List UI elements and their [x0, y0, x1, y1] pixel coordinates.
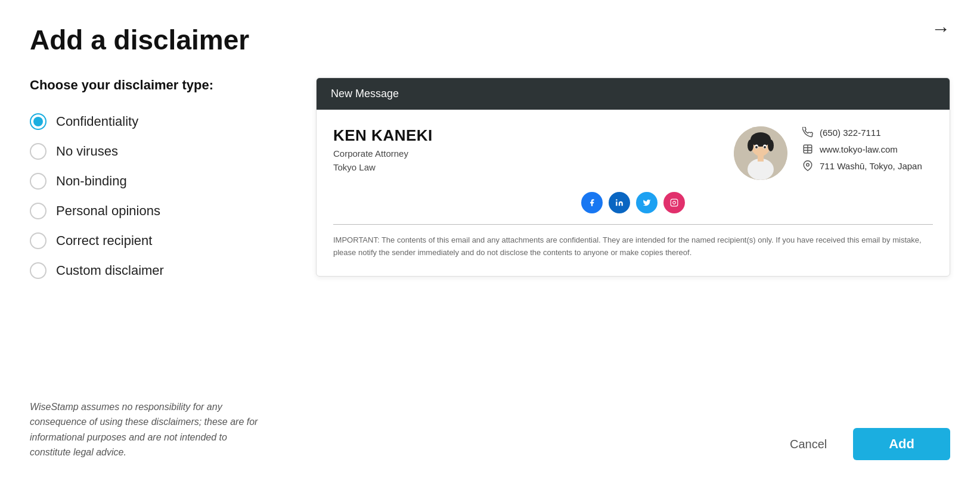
disclaimer-note: WiseStamp assumes no responsibility for … [30, 399, 268, 460]
option-label-personal-opinions: Personal opinions [56, 203, 160, 219]
option-no-viruses[interactable]: No viruses [30, 137, 280, 166]
svg-point-9 [755, 146, 758, 148]
website-icon [802, 143, 814, 155]
svg-point-2 [750, 132, 771, 147]
email-header: New Message [317, 78, 950, 110]
address-text: 711 Washū, Tokyo, Japan [820, 161, 922, 171]
choose-label: Choose your disclaimer type: [30, 77, 280, 93]
cancel-button[interactable]: Cancel [776, 430, 841, 458]
person-avatar-svg [734, 126, 787, 180]
disclaimer-options: Confidentiality No viruses Non-binding P… [30, 107, 280, 285]
radio-no-viruses [30, 143, 46, 160]
divider-line [333, 224, 933, 225]
phone-icon [802, 126, 814, 138]
option-label-correct-recipient: Correct recipient [56, 233, 152, 249]
sig-website: www.tokyo-law.com [802, 143, 933, 155]
disclaimer-text: IMPORTANT: The contents of this email an… [333, 234, 933, 259]
sig-photo [734, 126, 787, 180]
svg-rect-6 [758, 154, 764, 162]
option-custom-disclaimer[interactable]: Custom disclaimer [30, 256, 280, 285]
sig-name: KEN KANEKI [333, 126, 720, 145]
sig-phone: (650) 322-7111 [802, 126, 933, 138]
option-label-no-viruses: No viruses [56, 144, 118, 159]
radio-non-binding [30, 173, 46, 190]
svg-point-5 [748, 159, 774, 180]
option-label-confidentiality: Confidentiality [56, 114, 138, 129]
sig-contact: (650) 322-7111 [802, 126, 933, 172]
page-title: Add a disclaimer [30, 24, 950, 56]
option-correct-recipient[interactable]: Correct recipient [30, 227, 280, 255]
option-confidentiality[interactable]: Confidentiality [30, 107, 280, 136]
linkedin-icon [609, 192, 630, 213]
svg-point-3 [748, 139, 753, 151]
sig-address: 711 Washū, Tokyo, Japan [802, 160, 933, 172]
signature-area: KEN KANEKI Corporate Attorney Tokyo Law [333, 126, 933, 180]
email-preview-card: New Message KEN KANEKI Corporate Attorne… [316, 77, 950, 277]
bottom-actions: Cancel Add [316, 428, 950, 460]
page-container: → Add a disclaimer Choose your disclaime… [0, 0, 980, 484]
social-icons-row [333, 192, 933, 213]
svg-point-4 [768, 139, 774, 151]
instagram-icon [663, 192, 685, 213]
option-label-custom-disclaimer: Custom disclaimer [56, 263, 164, 278]
radio-personal-opinions [30, 203, 46, 219]
radio-correct-recipient [30, 232, 46, 249]
website-text: www.tokyo-law.com [820, 144, 898, 154]
radio-confidentiality [30, 113, 46, 130]
svg-point-16 [616, 199, 617, 200]
facebook-icon [581, 192, 603, 213]
svg-point-15 [807, 163, 810, 166]
radio-custom-disclaimer [30, 262, 46, 279]
svg-point-10 [764, 146, 766, 148]
option-personal-opinions[interactable]: Personal opinions [30, 197, 280, 225]
option-label-non-binding: Non-binding [56, 173, 127, 189]
location-icon [802, 160, 814, 172]
svg-rect-17 [671, 199, 678, 206]
right-panel: New Message KEN KANEKI Corporate Attorne… [316, 77, 950, 460]
nav-arrow[interactable]: → [931, 18, 950, 40]
twitter-icon [636, 192, 658, 213]
add-button[interactable]: Add [853, 428, 950, 460]
left-panel: Choose your disclaimer type: Confidentia… [30, 77, 280, 460]
sig-title: Corporate Attorney Tokyo Law [333, 147, 720, 174]
main-layout: Choose your disclaimer type: Confidentia… [30, 77, 950, 460]
sig-info: KEN KANEKI Corporate Attorney Tokyo Law [333, 126, 720, 174]
phone-text: (650) 322-7111 [820, 128, 881, 138]
email-body: KEN KANEKI Corporate Attorney Tokyo Law [317, 110, 950, 276]
option-non-binding[interactable]: Non-binding [30, 167, 280, 196]
